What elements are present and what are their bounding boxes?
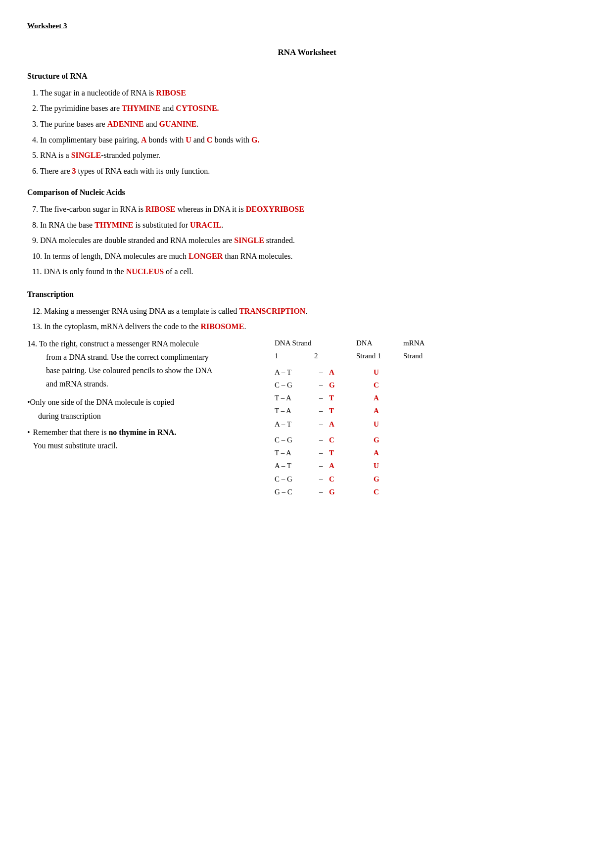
q14-bullet1-text: Only one side of the DNA molecule is cop… bbox=[30, 398, 175, 406]
question-12: 12. Making a messenger RNA using DNA as … bbox=[27, 305, 587, 318]
dna-row-8: A – T – A U bbox=[275, 459, 587, 472]
q4-g: G. bbox=[251, 136, 259, 144]
question-4: 4. In complimentary base pairing, A bond… bbox=[27, 134, 587, 146]
dna-row-2-mrna: C bbox=[374, 379, 413, 391]
q6-text2: types of RNA each with its only function… bbox=[76, 167, 210, 175]
q13-text1: 13. In the cytoplasm, mRNA delivers the … bbox=[32, 322, 200, 331]
dna-row-10: G – C – G C bbox=[275, 485, 587, 498]
q8-thymine: THYMINE bbox=[94, 221, 133, 229]
dna-rows-group: A – T – A U C – G – G C T – A – T A bbox=[275, 366, 587, 499]
dna-row-10-mrna: C bbox=[374, 485, 413, 498]
dna-row-3-dash: – bbox=[319, 391, 329, 404]
q4-u: U bbox=[186, 136, 191, 144]
q13-answer: RIBOSOME bbox=[200, 322, 244, 331]
dna-row-4-dna: T bbox=[329, 404, 374, 417]
q1-answer: RIBOSE bbox=[156, 89, 186, 97]
q9-answer: SINGLE bbox=[234, 236, 264, 244]
q9-text1: 9. DNA molecules are double stranded and… bbox=[32, 236, 234, 244]
dna-row-8-mrna: U bbox=[374, 459, 413, 472]
dna-row-10-s1: G – C bbox=[275, 485, 319, 498]
q14-bullet2-line2: You must substitute uracil. bbox=[33, 439, 177, 452]
q14-bullet1-continuation: during transcription bbox=[27, 409, 265, 423]
q14-bullet2-symbol: • bbox=[27, 426, 30, 439]
q4-a: A bbox=[141, 136, 147, 144]
dna-row-2-dna: G bbox=[329, 379, 374, 391]
dna-row-5-mrna: U bbox=[374, 418, 413, 431]
q11-text1: 11. DNA is only found in the bbox=[32, 267, 126, 276]
q3-num: 3. The purine bases are bbox=[32, 120, 107, 128]
q8-text2: is substituted for bbox=[133, 221, 190, 229]
q4-text3: and bbox=[191, 136, 207, 144]
dna-row-9-s1: C – G bbox=[275, 473, 319, 485]
dna-row-9-dash: – bbox=[319, 473, 329, 485]
q3-answer2: GUANINE bbox=[159, 120, 197, 128]
col-dna-label: DNA bbox=[356, 337, 403, 349]
q7-text1: 7. The five-carbon sugar in RNA is bbox=[32, 205, 145, 213]
question-5: 5. RNA is a SINGLE-stranded polymer. bbox=[27, 149, 587, 162]
col-dna-strand-label: DNA Strand bbox=[275, 337, 356, 349]
dna-row-9: C – G – C G bbox=[275, 473, 587, 485]
q2-answer2: CYTOSINE. bbox=[176, 104, 219, 112]
q12-answer: TRANSCRIPTION bbox=[239, 307, 305, 315]
dna-row-1-dna: A bbox=[329, 366, 374, 379]
q8-period: . bbox=[221, 221, 223, 229]
q4-text4: bonds with bbox=[212, 136, 251, 144]
question-3: 3. The purine bases are ADENINE and GUAN… bbox=[27, 118, 587, 131]
q8-text1: 8. In RNA the base bbox=[32, 221, 94, 229]
dna-row-4: T – A – T A bbox=[275, 404, 587, 417]
q3-period: . bbox=[196, 120, 198, 128]
q4-text2: bonds with bbox=[147, 136, 186, 144]
question-7: 7. The five-carbon sugar in RNA is RIBOS… bbox=[27, 203, 587, 216]
dna-row-6: C – G – C G bbox=[275, 434, 587, 446]
dna-row-8-dash: – bbox=[319, 459, 329, 472]
q11-text2: of a cell. bbox=[164, 267, 193, 276]
question-14-text-block: 14. To the right, construct a messenger … bbox=[27, 337, 265, 499]
q11-answer: NUCLEUS bbox=[126, 267, 164, 276]
q6-answer: 3 bbox=[72, 167, 76, 175]
dna-row-7-s1: T – A bbox=[275, 446, 319, 459]
question-13: 13. In the cytoplasm, mRNA delivers the … bbox=[27, 320, 587, 333]
q7-ribose: RIBOSE bbox=[145, 205, 175, 213]
section-heading-transcription: Transcription bbox=[27, 288, 587, 301]
dna-row-5: A – T – A U bbox=[275, 418, 587, 431]
q14-line1: 14. To the right, construct a messenger … bbox=[27, 337, 265, 350]
table-header-row: DNA Strand DNA mRNA bbox=[275, 337, 587, 349]
dna-row-9-dna: C bbox=[329, 473, 374, 485]
dna-row-3: T – A – T A bbox=[275, 391, 587, 404]
dna-row-7: T – A – T A bbox=[275, 446, 587, 459]
q14-bullet2-pre: Remember that there is bbox=[33, 428, 109, 436]
q5-answer: SINGLE bbox=[71, 151, 101, 159]
dna-row-1-mrna: U bbox=[374, 366, 413, 379]
dna-row-7-dna: T bbox=[329, 446, 374, 459]
dna-row-8-s1: A – T bbox=[275, 459, 319, 472]
dna-row-7-dash: – bbox=[319, 446, 329, 459]
col-strand-label: Strand bbox=[403, 350, 443, 362]
q6-text1: 6. There are bbox=[32, 167, 72, 175]
q3-answer1: ADENINE bbox=[107, 120, 144, 128]
dna-row-4-mrna: A bbox=[374, 404, 413, 417]
question-1: 1. The sugar in a nucleotide of RNA is R… bbox=[27, 87, 587, 99]
q12-period: . bbox=[305, 307, 307, 315]
q2-num: 2. The pyrimidine bases are bbox=[32, 104, 122, 112]
dna-row-4-s1: T – A bbox=[275, 404, 319, 417]
q9-text2: stranded. bbox=[264, 236, 295, 244]
dna-row-10-dna: G bbox=[329, 485, 374, 498]
q7-deoxy: DEOXYRIBOSE bbox=[246, 205, 304, 213]
q4-c: C bbox=[207, 136, 213, 144]
question-11: 11. DNA is only found in the NUCLEUS of … bbox=[27, 265, 587, 278]
dna-row-6-mrna: G bbox=[374, 434, 413, 446]
question-6: 6. There are 3 types of RNA each with it… bbox=[27, 165, 587, 178]
q5-text2: -stranded polymer. bbox=[101, 151, 160, 159]
q13-period: . bbox=[244, 322, 246, 331]
q12-text1: 12. Making a messenger RNA using DNA as … bbox=[32, 307, 239, 315]
col-strand1: Strand 1 bbox=[356, 350, 403, 362]
dna-row-6-s1: C – G bbox=[275, 434, 319, 446]
question-2: 2. The pyrimidine bases are THYMINE and … bbox=[27, 102, 587, 115]
q3-and: and bbox=[143, 120, 159, 128]
dna-row-2: C – G – G C bbox=[275, 379, 587, 391]
q14-line3: base pairing. Use coloured pencils to sh… bbox=[27, 364, 265, 377]
question-14-table: DNA Strand DNA mRNA 1 2 Strand 1 Strand … bbox=[265, 337, 587, 499]
dna-row-3-dna: T bbox=[329, 391, 374, 404]
q4-text1: 4. In complimentary base pairing, bbox=[32, 136, 141, 144]
q1-num: 1. The sugar in a nucleotide of RNA is bbox=[32, 89, 156, 97]
